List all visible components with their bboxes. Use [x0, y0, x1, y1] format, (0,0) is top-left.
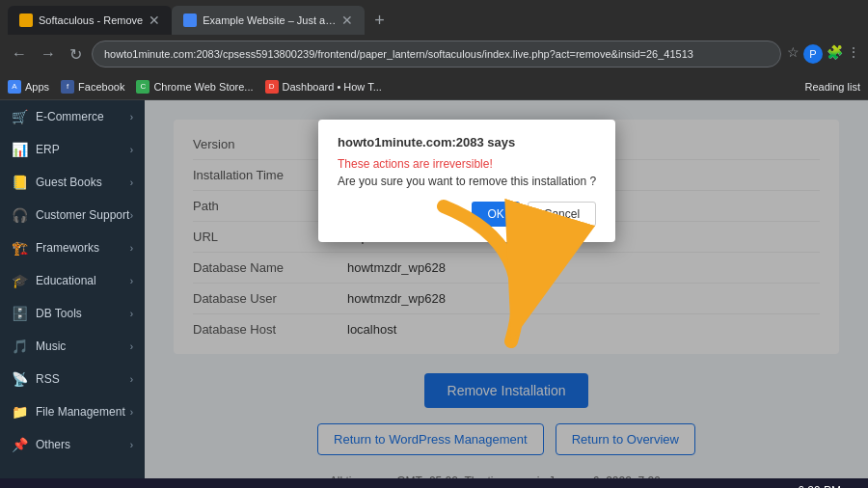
tab-close-softaculous[interactable]: ✕ — [149, 13, 160, 28]
start-button[interactable]: ⊞ — [8, 484, 36, 489]
dialog-title: howto1minute.com:2083 says — [338, 135, 596, 149]
tab-softaculous[interactable]: Softaculous - Remove ✕ — [8, 6, 172, 35]
frameworks-icon: 🏗️ — [12, 240, 28, 256]
sidebar-arrow-support: › — [130, 210, 133, 221]
menu-icon[interactable]: ⋮ — [847, 44, 860, 64]
sidebar-item-educational[interactable]: 🎓 Educational › — [0, 264, 145, 297]
sidebar-label-guestbooks: Guest Books — [36, 176, 102, 189]
sidebar-arrow-rss: › — [130, 374, 133, 385]
tab-label-example: Example Website – Just another… — [203, 14, 336, 26]
taskbar-pinned-apps: 🌐 📁 ⚙️ — [75, 483, 164, 488]
sidebar-arrow-others: › — [130, 440, 133, 450]
profile-icon[interactable]: P — [803, 44, 823, 64]
dbtools-icon: 🗄️ — [12, 306, 28, 321]
url-input[interactable]: howto1minute.com:2083/cpsess5913800239/f… — [92, 41, 781, 68]
url-text: howto1minute.com:2083/cpsess5913800239/f… — [104, 48, 693, 60]
address-bar: ← → ↻ howto1minute.com:2083/cpsess591380… — [0, 35, 868, 73]
taskbar-clock: 6:29 PM 1/6/2022 — [798, 484, 841, 488]
support-icon: 🎧 — [12, 207, 28, 223]
bookmark-label-chrome: Chrome Web Store... — [153, 81, 253, 93]
forward-button[interactable]: → — [37, 41, 60, 67]
bookmark-icon-facebook: f — [61, 80, 74, 94]
sidebar-label-educational: Educational — [36, 274, 96, 287]
sidebar-label-dbtools: DB Tools — [36, 307, 82, 320]
sidebar-arrow-frameworks: › — [130, 243, 133, 254]
sidebar-label-support: Customer Support — [36, 208, 129, 222]
sidebar-item-erp[interactable]: 📊 ERP › — [0, 133, 145, 166]
bookmark-icon-chrome: C — [136, 80, 149, 94]
sidebar-label-ecommerce: E-Commerce — [36, 110, 104, 123]
taskbar-settings-icon[interactable]: ⚙️ — [137, 483, 164, 488]
tab-favicon-softaculous — [19, 14, 33, 27]
rss-icon: 📡 — [12, 371, 28, 387]
sidebar-item-others[interactable]: 📌 Others › — [0, 428, 145, 461]
bookmark-label-dashboard: Dashboard • How T... — [283, 81, 382, 93]
browser-chrome: Softaculous - Remove ✕ Example Website –… — [0, 0, 868, 488]
sidebar: 🛒 E-Commerce › 📊 ERP › 📒 Guest Books › — [0, 100, 145, 478]
taskbar-files-icon[interactable]: 📁 — [106, 483, 133, 488]
tab-label-softaculous: Softaculous - Remove — [39, 14, 143, 26]
taskbar-time: 6:29 PM — [798, 484, 841, 488]
sidebar-arrow-filemanagement: › — [130, 407, 133, 418]
educational-icon: 🎓 — [12, 273, 28, 288]
sidebar-arrow-music: › — [130, 341, 133, 352]
sidebar-label-filemanagement: File Management — [36, 405, 125, 419]
sidebar-item-rss[interactable]: 📡 RSS › — [0, 363, 145, 395]
erp-icon: 📊 — [12, 142, 28, 157]
sidebar-label-rss: RSS — [36, 372, 60, 386]
bookmark-label-apps: Apps — [25, 81, 49, 93]
sidebar-arrow-guestbooks: › — [130, 177, 133, 188]
sidebar-item-music[interactable]: 🎵 Music › — [0, 330, 145, 363]
bookmarks-bar: A Apps f Facebook C Chrome Web Store... … — [0, 73, 868, 100]
sidebar-label-music: Music — [36, 339, 66, 353]
bookmark-icon-apps: A — [8, 80, 21, 94]
bookmark-dashboard[interactable]: D Dashboard • How T... — [265, 80, 382, 94]
sidebar-item-guestbooks[interactable]: 📒 Guest Books › — [0, 166, 145, 199]
tab-bar: Softaculous - Remove ✕ Example Website –… — [0, 0, 868, 35]
bookmark-apps[interactable]: A Apps — [8, 80, 49, 94]
sidebar-item-dbtools[interactable]: 🗄️ DB Tools › — [0, 297, 145, 330]
sidebar-arrow-erp: › — [130, 145, 133, 155]
sidebar-arrow-dbtools: › — [130, 309, 133, 319]
new-tab-button[interactable]: + — [368, 11, 391, 31]
bookmark-chrome-store[interactable]: C Chrome Web Store... — [136, 80, 253, 94]
sidebar-label-frameworks: Frameworks — [36, 241, 99, 255]
guestbooks-icon: 📒 — [12, 175, 28, 190]
tab-example[interactable]: Example Website – Just another… ✕ — [172, 6, 365, 35]
bookmark-star-icon[interactable]: ☆ — [787, 44, 800, 64]
bookmark-icon-dashboard: D — [265, 80, 279, 94]
taskbar-chrome-icon[interactable]: 🌐 — [75, 483, 102, 488]
music-icon: 🎵 — [12, 339, 28, 354]
sidebar-item-filemanagement[interactable]: 📁 File Management › — [0, 395, 145, 428]
dialog-question: Are you sure you want to remove this ins… — [338, 175, 596, 188]
sidebar-label-erp: ERP — [36, 143, 60, 156]
dialog-warning: These actions are irreversible! — [338, 157, 596, 171]
sidebar-arrow-educational: › — [130, 276, 133, 286]
back-button[interactable]: ← — [8, 41, 31, 67]
tab-favicon-example — [183, 14, 197, 27]
orange-arrow-annotation — [386, 187, 598, 380]
sidebar-item-support[interactable]: 🎧 Customer Support › — [0, 199, 145, 231]
others-icon: 📌 — [12, 437, 28, 452]
content-area: Version Installation Time Path /html URL… — [145, 100, 868, 478]
taskbar: ⊞ 🔍 🌐 📁 ⚙️ 23°C Haze 🔊 📶 ENG 6:29 PM 1/6… — [0, 478, 868, 488]
ecommerce-icon: 🛒 — [12, 109, 28, 124]
main-area: 🛒 E-Commerce › 📊 ERP › 📒 Guest Books › — [0, 100, 868, 478]
filemanagement-icon: 📁 — [12, 404, 28, 420]
reload-button[interactable]: ↻ — [66, 41, 86, 68]
sidebar-label-others: Others — [36, 438, 70, 451]
sidebar-arrow-ecommerce: › — [130, 112, 133, 122]
sidebar-item-frameworks[interactable]: 🏗️ Frameworks › — [0, 231, 145, 264]
bookmark-facebook[interactable]: f Facebook — [61, 80, 124, 94]
sidebar-item-ecommerce[interactable]: 🛒 E-Commerce › — [0, 100, 145, 133]
tab-close-example[interactable]: ✕ — [341, 13, 353, 28]
taskbar-right: 23°C Haze 🔊 📶 ENG 6:29 PM 1/6/2022 🔔 — [673, 484, 860, 488]
reading-list-button[interactable]: Reading list — [805, 81, 860, 93]
extension-icon[interactable]: 🧩 — [827, 44, 843, 64]
bookmark-label-facebook: Facebook — [78, 81, 124, 93]
address-icons: ☆ P 🧩 ⋮ — [787, 44, 860, 64]
